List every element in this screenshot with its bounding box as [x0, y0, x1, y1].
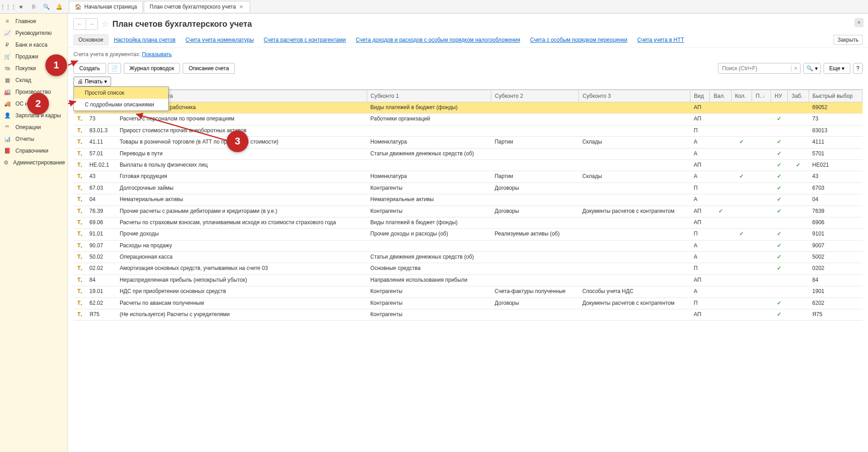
- column-header[interactable]: Вал.: [710, 90, 731, 102]
- table-row[interactable]: T•62.02Расчеты по авансам полученнымКонт…: [74, 298, 863, 309]
- help-button[interactable]: ?: [853, 63, 863, 74]
- tab-home[interactable]: 🏠 Начальная страница: [69, 1, 143, 12]
- sub-tab-1[interactable]: Настройка плана счетов: [109, 35, 180, 45]
- cell-nu: ✓: [771, 240, 788, 251]
- bell-icon[interactable]: 🔔: [53, 1, 64, 12]
- sub-tab-3[interactable]: Счета расчетов с контрагентами: [259, 35, 350, 45]
- cell-vid: АП: [690, 102, 710, 114]
- cell-val: [710, 229, 731, 240]
- copy-icon[interactable]: ⎘: [28, 1, 39, 12]
- more-button[interactable]: Еще ▾: [824, 63, 851, 74]
- table-row[interactable]: T•НЕ.02.1Выплаты в пользу физических лиц…: [74, 159, 863, 171]
- print-menu-simple-list[interactable]: Простой список: [74, 87, 168, 99]
- tab-chart-of-accounts[interactable]: План счетов бухгалтерского учета ×: [144, 1, 250, 12]
- table-row[interactable]: T•Я75(Не используется) Расчеты с учредит…: [74, 309, 863, 321]
- column-header[interactable]: Вид: [690, 90, 710, 102]
- sidebar-label: Справочники: [15, 148, 48, 154]
- cell-zab: [788, 125, 809, 136]
- table-row[interactable]: T•57.01Переводы в путиСтатьи движения де…: [74, 148, 863, 159]
- sidebar-item-0[interactable]: ≡Главное: [0, 15, 68, 27]
- search-icon[interactable]: 🔍: [41, 1, 52, 12]
- sidebar-item-1[interactable]: 📈Руководителю: [0, 27, 68, 39]
- column-header[interactable]: Кол.: [731, 90, 752, 102]
- print-menu-detailed[interactable]: С подробными описаниями: [74, 99, 168, 111]
- table-row[interactable]: T•83.01.3Прирост стоимости прочих внеобо…: [74, 125, 863, 136]
- sidebar-icon: 🛍: [4, 65, 11, 72]
- cell-code: 69.06: [86, 217, 116, 228]
- column-header[interactable]: Быстрый выбор: [809, 90, 862, 102]
- search-input[interactable]: [718, 65, 791, 72]
- cell-val: [710, 274, 731, 286]
- sidebar-icon: ₽: [4, 42, 11, 48]
- cell-fast: НЕ021: [809, 159, 862, 171]
- table-row[interactable]: T•91.01Прочие доходыПрочие доходы и расх…: [74, 229, 863, 240]
- sidebar-item-10[interactable]: 📊Отчеты: [0, 133, 68, 145]
- cell-s2: [491, 125, 578, 136]
- clear-search-button[interactable]: ×: [791, 65, 800, 72]
- table-row[interactable]: T•…емые из доходов работникаВиды платеже…: [74, 102, 863, 114]
- cell-code: 19.01: [86, 286, 116, 298]
- sub-tab-0[interactable]: Основное: [73, 34, 108, 45]
- star-icon[interactable]: ★: [15, 1, 26, 12]
- column-header[interactable]: П. ↓: [752, 90, 771, 102]
- sidebar-item-11[interactable]: 📕Справочники: [0, 145, 68, 157]
- table-row[interactable]: T•69.06Расчеты по страховым взносам, упл…: [74, 217, 863, 228]
- cell-kol: ✓: [731, 229, 752, 240]
- sidebar-item-9[interactable]: ᴬᵏОперации: [0, 121, 68, 133]
- create-group-button[interactable]: 📄: [108, 63, 121, 74]
- print-button[interactable]: 🖨 Печать ▾: [73, 77, 111, 87]
- cell-p: [752, 148, 771, 159]
- close-page-button[interactable]: ×: [854, 18, 863, 27]
- sub-tab-2[interactable]: Счета учета номенклатуры: [181, 35, 258, 45]
- nav-back-button[interactable]: ←: [74, 19, 86, 29]
- table-row[interactable]: T•04Нематериальные активыНематериальные …: [74, 194, 863, 206]
- table-row[interactable]: T•90.07Расходы на продажуА✓9007: [74, 240, 863, 251]
- table-row[interactable]: T•19.01НДС при приобретении основных сре…: [74, 286, 863, 298]
- page-header: ← → ☆ План счетов бухгалтерского учета: [68, 14, 868, 33]
- table-row[interactable]: T•43Готовая продукцияНоменклатураПартииС…: [74, 171, 863, 183]
- cell-val: [710, 263, 731, 274]
- cell-s3: [579, 125, 690, 136]
- favorite-icon[interactable]: ☆: [102, 19, 109, 29]
- cell-p: [752, 309, 771, 321]
- cell-nu: ✓: [771, 252, 788, 263]
- cell-nu: [771, 217, 788, 228]
- cell-val: [710, 309, 731, 321]
- close-icon[interactable]: ×: [238, 3, 244, 10]
- sidebar-item-12[interactable]: ⚙Администрирование: [0, 157, 68, 168]
- table-row[interactable]: T•67.03Долгосрочные займыКонтрагентыДого…: [74, 183, 863, 194]
- cell-val: [710, 159, 731, 171]
- sidebar-item-2[interactable]: ₽Банк и касса: [0, 39, 68, 51]
- journal-button[interactable]: Журнал проводок: [124, 63, 180, 74]
- apps-icon[interactable]: ⋮⋮⋮: [3, 1, 14, 12]
- cell-s1: [367, 159, 491, 171]
- sub-tab-4[interactable]: Счета доходов и расходов с особым порядк…: [351, 35, 525, 45]
- sidebar-item-5[interactable]: ▦Склад: [0, 74, 68, 86]
- cell-kol: [731, 298, 752, 309]
- table-row[interactable]: T•84Нераспределенная прибыль (непокрытый…: [74, 274, 863, 286]
- info-link[interactable]: Показывать: [142, 51, 172, 58]
- create-button[interactable]: Создать: [73, 63, 106, 74]
- sub-tab-6[interactable]: Счета учета в НТТ: [633, 35, 689, 45]
- close-link[interactable]: Закрыть: [834, 35, 863, 45]
- cell-kol: [731, 114, 752, 125]
- row-icon: T•: [74, 125, 86, 136]
- describe-button[interactable]: Описание счета: [183, 63, 235, 74]
- nav-forward-button[interactable]: →: [86, 19, 97, 29]
- column-header[interactable]: Субконто 3: [579, 90, 690, 102]
- column-header[interactable]: Заб.: [788, 90, 809, 102]
- table-row[interactable]: T•41.11Товары в розничной торговле (в АТ…: [74, 137, 863, 148]
- table-row[interactable]: T•02.02Амортизация основных средств, учи…: [74, 263, 863, 274]
- cell-s3: [579, 217, 690, 228]
- cell-nu: ✓: [771, 183, 788, 194]
- column-header[interactable]: Субконто 1: [367, 90, 491, 102]
- toolbar: Создать 📄 Журнал проводок Описание счета…: [68, 61, 868, 76]
- search-button[interactable]: 🔍 ▾: [803, 63, 820, 74]
- table-row[interactable]: T•76.39Прочие расчеты с разными дебитора…: [74, 206, 863, 217]
- column-header[interactable]: Субконто 2: [491, 90, 578, 102]
- table-row[interactable]: T•73Расчеты с персоналом по прочим опера…: [74, 114, 863, 125]
- cell-kol: [731, 263, 752, 274]
- sub-tab-5[interactable]: Счета с особым порядком переоценки: [526, 35, 632, 45]
- column-header[interactable]: НУ: [771, 90, 788, 102]
- table-row[interactable]: T•50.02Операционная кассаСтатьи движения…: [74, 252, 863, 263]
